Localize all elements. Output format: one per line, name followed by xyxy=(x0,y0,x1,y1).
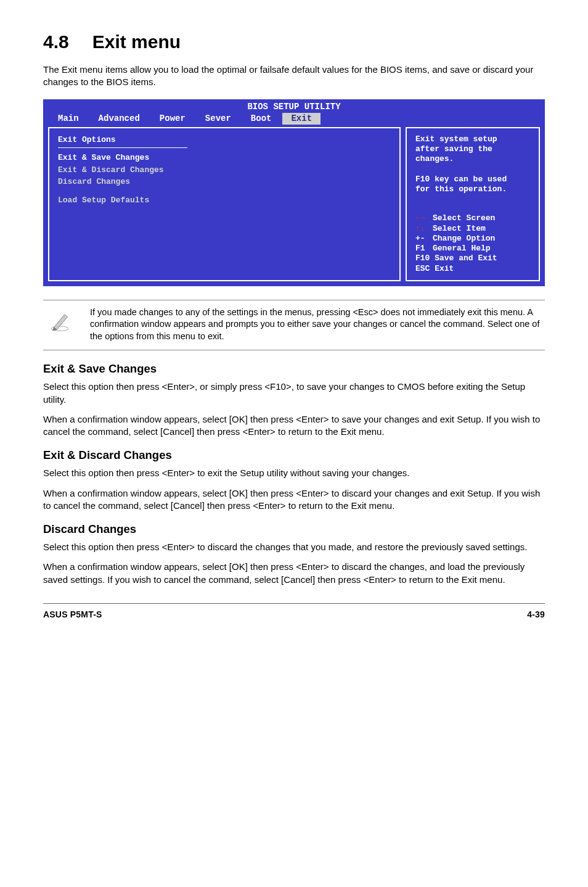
arrows-ud-icon: ↑↓ xyxy=(415,224,433,234)
bios-tab-bar: Main Advanced Power Sever Boot Exit xyxy=(43,113,545,127)
note-box: If you made changes to any of the settin… xyxy=(43,300,545,351)
load-setup-defaults-item[interactable]: Load Setup Defaults xyxy=(58,194,391,207)
exit-save-changes-item[interactable]: Exit & Save Changes xyxy=(58,152,391,164)
key-label xyxy=(430,254,435,263)
tab-boot[interactable]: Boot xyxy=(242,113,280,125)
bios-right-panel: Exit system setup after saving the chang… xyxy=(406,127,540,281)
key-label: Exit xyxy=(435,264,454,274)
help-line: after saving the xyxy=(415,144,530,154)
sub-heading-discard: Discard Changes xyxy=(43,522,545,537)
key-label: Select Item xyxy=(433,224,486,234)
bios-help-text: Exit system setup after saving the chang… xyxy=(415,134,530,195)
key-row: ↑↓Select Item xyxy=(415,224,530,234)
key-sym: F1 xyxy=(415,244,433,254)
paragraph: When a confirmation window appears, sele… xyxy=(43,561,545,586)
key-label: Select Screen xyxy=(433,213,495,223)
help-line: F10 key can be used xyxy=(415,175,530,184)
sub-heading-exit-save: Exit & Save Changes xyxy=(43,361,545,377)
key-label xyxy=(430,264,435,274)
divider xyxy=(58,147,187,148)
section-intro: The Exit menu items allow you to load th… xyxy=(43,64,545,89)
arrows-lr-icon: ←→ xyxy=(415,213,433,223)
exit-discard-changes-item[interactable]: Exit & Discard Changes xyxy=(58,164,391,176)
key-row: F1General Help xyxy=(415,244,530,254)
key-row: F10 Save and Exit xyxy=(415,254,530,263)
help-line: for this operation. xyxy=(415,184,530,194)
section-heading: 4.8Exit menu xyxy=(43,30,545,55)
tab-advanced[interactable]: Advanced xyxy=(90,113,149,125)
section-title-text: Exit menu xyxy=(92,31,181,52)
footer-right: 4-39 xyxy=(527,609,545,621)
paragraph: Select this option then press <Enter> to… xyxy=(43,541,545,553)
key-row: ←→Select Screen xyxy=(415,213,530,223)
exit-options-title: Exit Options xyxy=(58,134,391,146)
help-line: Exit system setup xyxy=(415,134,530,144)
key-label: Change Option xyxy=(433,234,495,244)
help-line: changes. xyxy=(415,154,530,164)
note-text: If you made changes to any of the settin… xyxy=(90,307,545,343)
discard-changes-item[interactable]: Discard Changes xyxy=(58,176,391,188)
bios-body: Exit Options Exit & Save Changes Exit & … xyxy=(43,127,545,281)
section-number: 4.8 xyxy=(43,30,69,55)
tab-main[interactable]: Main xyxy=(49,113,88,125)
key-label: General Help xyxy=(433,244,491,254)
key-label: Save and Exit xyxy=(435,254,497,263)
help-line xyxy=(415,165,530,175)
page-footer: ASUS P5MT-S 4-39 xyxy=(43,603,545,621)
bios-title: BIOS SETUP UTILITY xyxy=(43,99,545,113)
key-row: +-Change Option xyxy=(415,234,530,244)
paragraph: When a confirmation window appears, sele… xyxy=(43,413,545,439)
key-sym: F10 xyxy=(415,254,430,263)
paragraph: Select this option then press <Enter> to… xyxy=(43,467,545,479)
sub-heading-exit-discard: Exit & Discard Changes xyxy=(43,448,545,463)
tab-sever[interactable]: Sever xyxy=(197,113,240,125)
key-sym: ESC xyxy=(415,264,430,274)
paragraph: When a confirmation window appears, sele… xyxy=(43,487,545,513)
tab-exit[interactable]: Exit xyxy=(282,113,321,125)
pencil-note-icon xyxy=(43,307,74,336)
key-row: ESC Exit xyxy=(415,264,530,274)
footer-left: ASUS P5MT-S xyxy=(43,609,102,621)
paragraph: Select this option then press <Enter>, o… xyxy=(43,381,545,406)
key-sym: +- xyxy=(415,234,433,244)
bios-header: BIOS SETUP UTILITY Main Advanced Power S… xyxy=(43,99,545,127)
bios-key-legend: ←→Select Screen ↑↓Select Item +-Change O… xyxy=(415,213,530,274)
spacer xyxy=(58,188,391,194)
bios-left-panel: Exit Options Exit & Save Changes Exit & … xyxy=(48,127,401,281)
tab-power[interactable]: Power xyxy=(151,113,194,125)
bios-screenshot: BIOS SETUP UTILITY Main Advanced Power S… xyxy=(43,99,545,286)
